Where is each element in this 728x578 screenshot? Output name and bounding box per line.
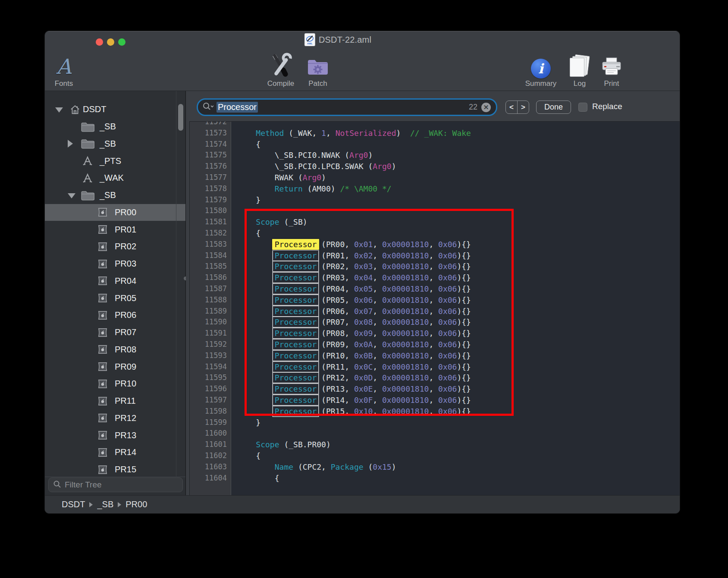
svg-text:AML: AML xyxy=(307,42,313,45)
app-window: AML DSDT-22.aml A Fonts xyxy=(45,31,680,513)
code-line: Processor (PR15, 0x10, 0x00001810, 0x06)… xyxy=(237,406,680,417)
sidebar-item-wak[interactable]: _WAK xyxy=(45,170,185,187)
titlebar: AML DSDT-22.aml xyxy=(45,31,680,48)
tree-item-label: PR10 xyxy=(115,379,136,389)
code-line xyxy=(237,428,680,439)
find-previous-button[interactable]: < xyxy=(506,101,518,113)
filter-tree-input[interactable]: Filter Tree xyxy=(48,477,183,492)
line-number: 11579 xyxy=(190,195,231,206)
sidebar-item-pr04[interactable]: PR04 xyxy=(45,273,185,290)
minimize-window-button[interactable] xyxy=(107,38,114,46)
tree-item-label: PR05 xyxy=(115,293,136,303)
replace-checkbox[interactable] xyxy=(578,103,587,112)
breadcrumb-item[interactable]: _SB xyxy=(97,499,113,509)
print-button[interactable]: Print xyxy=(588,50,635,90)
processor-icon xyxy=(96,275,110,287)
sidebar-item-pr03[interactable]: PR03 xyxy=(45,255,185,273)
window-title: DSDT-22.aml xyxy=(319,35,371,45)
disclosure-closed-icon[interactable] xyxy=(68,140,73,148)
code-line: Processor (PR04, 0x05, 0x00001810, 0x06)… xyxy=(237,283,680,295)
sidebar-item-pr13[interactable]: PR13 xyxy=(45,427,185,444)
line-number: 11603 xyxy=(190,462,231,473)
line-number: 11589 xyxy=(190,306,231,317)
find-match: Processor xyxy=(273,384,319,394)
sidebar-item-pr06[interactable]: PR06 xyxy=(45,307,185,324)
line-number: 11572 xyxy=(190,121,231,128)
sidebar-item-pr14[interactable]: PR14 xyxy=(45,444,185,461)
tree-item-label: _SB xyxy=(100,139,116,149)
find-match: Processor xyxy=(273,306,319,316)
code-line: RWAK (Arg0) xyxy=(237,172,680,183)
sidebar-item-sb[interactable]: _SB xyxy=(45,135,185,153)
line-number: 11587 xyxy=(190,283,231,295)
log-pages-icon xyxy=(569,55,590,79)
search-menu-icon[interactable] xyxy=(202,102,213,113)
find-match: Processor xyxy=(273,339,319,349)
find-match: Processor xyxy=(273,317,319,327)
line-number: 11599 xyxy=(190,417,231,428)
sidebar-item-pr08[interactable]: PR08 xyxy=(45,341,185,358)
sidebar-item-pr12[interactable]: PR12 xyxy=(45,410,185,427)
zoom-window-button[interactable] xyxy=(118,38,126,46)
sidebar-item-dsdt[interactable]: DSDT xyxy=(45,101,185,118)
compile-icon xyxy=(270,53,292,79)
disclosure-open-icon[interactable] xyxy=(55,107,63,113)
tree-item-label: PR06 xyxy=(115,310,136,320)
breadcrumb-separator-icon xyxy=(118,502,121,507)
code-line: Processor (PR13, 0x0E, 0x00001810, 0x06)… xyxy=(237,383,680,395)
tree-item-label: PR07 xyxy=(115,327,136,337)
line-number: 11586 xyxy=(190,272,231,283)
code-line: Processor (PR05, 0x06, 0x00001810, 0x06)… xyxy=(237,295,680,306)
line-number: 11578 xyxy=(190,183,231,195)
fonts-button[interactable]: A Fonts xyxy=(45,50,88,90)
folder-icon xyxy=(81,138,94,150)
tree-item-label: DSDT xyxy=(83,104,106,114)
processor-icon xyxy=(96,395,110,407)
sidebar-item-sb[interactable]: _SB xyxy=(45,118,185,135)
tree-item-label: PR02 xyxy=(115,242,136,251)
breadcrumb-item[interactable]: DSDT xyxy=(62,499,85,509)
editor-pane: Processor 22 ✕ < > Done Replace 11572115… xyxy=(186,91,680,495)
code-line: Return (AM00) /* \AM00 */ xyxy=(237,183,680,195)
find-query-text: Processor xyxy=(217,102,258,113)
patch-button[interactable]: Patch xyxy=(294,50,342,90)
replace-label: Replace xyxy=(592,102,622,111)
sidebar-item-pr11[interactable]: PR11 xyxy=(45,393,185,410)
sidebar-item-pr02[interactable]: PR02 xyxy=(45,238,185,255)
processor-icon xyxy=(96,361,110,373)
sidebar-item-pr05[interactable]: PR05 xyxy=(45,289,185,307)
processor-icon xyxy=(96,327,110,339)
sidebar-item-pr10[interactable]: PR10 xyxy=(45,375,185,393)
processor-icon xyxy=(96,429,110,441)
line-number: 11582 xyxy=(190,228,231,239)
tree-item-label: PR12 xyxy=(115,413,136,423)
sidebar-scrollbar-thumb[interactable] xyxy=(178,104,183,131)
sidebar-item-pr09[interactable]: PR09 xyxy=(45,358,185,375)
tree-item-label: PR01 xyxy=(115,225,136,235)
code-line xyxy=(237,205,680,217)
sidebar-item-pr01[interactable]: PR01 xyxy=(45,221,185,238)
desktop-background: AML DSDT-22.aml A Fonts xyxy=(0,0,728,578)
find-next-button[interactable]: > xyxy=(518,101,529,113)
line-number: 11596 xyxy=(190,383,231,395)
processor-icon xyxy=(96,464,110,476)
code-view[interactable]: 1157211573115741157511576115771157811579… xyxy=(189,121,680,495)
disclosure-open-icon[interactable] xyxy=(68,193,75,198)
close-window-button[interactable] xyxy=(96,38,103,46)
find-input[interactable]: Processor 22 ✕ xyxy=(197,98,497,116)
sidebar-scrollbar[interactable] xyxy=(176,91,185,477)
sidebar-item-pr07[interactable]: PR07 xyxy=(45,324,185,341)
sidebar-item-pr15[interactable]: PR15 xyxy=(45,461,185,477)
code-text-area[interactable]: Method (_WAK, 1, NotSerialized) // _WAK:… xyxy=(232,122,680,495)
clear-search-icon[interactable]: ✕ xyxy=(481,103,491,112)
code-line xyxy=(237,122,680,128)
sidebar-item-pts[interactable]: _PTS xyxy=(45,152,185,170)
processor-icon xyxy=(96,258,110,270)
tree-item-label: PR00 xyxy=(115,207,136,217)
find-prev-next-control: < > xyxy=(505,101,529,114)
find-match: Processor xyxy=(273,362,319,372)
breadcrumb-item[interactable]: PR00 xyxy=(126,499,147,509)
sidebar-item-sb[interactable]: _SB xyxy=(45,187,185,204)
sidebar-item-pr00[interactable]: PR00 xyxy=(45,204,185,221)
done-button[interactable]: Done xyxy=(536,101,571,114)
